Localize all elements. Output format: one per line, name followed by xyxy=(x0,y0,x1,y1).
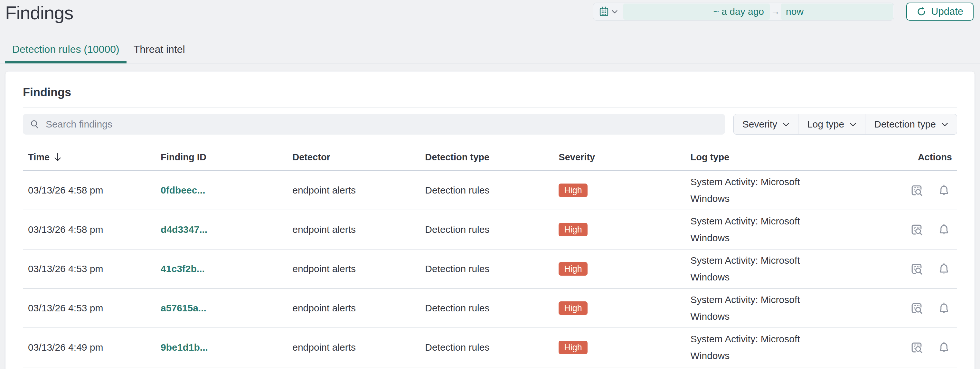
date-range-picker: ~ a day ago → now xyxy=(593,3,894,21)
detector-value: endpoint alerts xyxy=(292,342,356,353)
column-header-severity: Severity xyxy=(554,145,685,171)
inspect-icon xyxy=(910,341,923,354)
cell-actions xyxy=(858,171,957,210)
cell-finding-id: 9be1d1b... xyxy=(156,328,287,367)
cell-detection-type: Detection rules xyxy=(420,328,554,367)
filter-severity-label: Severity xyxy=(742,119,777,130)
alert-bell-button[interactable] xyxy=(936,339,952,355)
cell-detection-type: Detection rules xyxy=(420,210,554,249)
cell-actions xyxy=(858,210,957,249)
cell-actions xyxy=(858,288,957,328)
cell-log-type: System Activity: Microsoft Windows xyxy=(685,328,858,367)
cell-finding-id: d4d3347... xyxy=(156,210,287,249)
chevron-down-icon xyxy=(941,122,948,127)
alert-bell-button[interactable] xyxy=(936,221,952,238)
time-value: 03/13/26 4:53 pm xyxy=(28,303,103,313)
filter-severity-button[interactable]: Severity xyxy=(734,114,798,134)
inspect-icon xyxy=(910,302,923,315)
table-row: 03/13/26 4:58 pm 0fdbeec... endpoint ale… xyxy=(23,171,957,210)
alert-bell-button[interactable] xyxy=(936,182,952,198)
finding-id-link[interactable]: 41c3f2b... xyxy=(161,263,205,274)
search-input[interactable] xyxy=(45,118,718,130)
table-row: 03/13/26 4:53 pm a57615a... endpoint ale… xyxy=(23,288,957,328)
chevron-down-icon xyxy=(783,122,789,127)
cell-detector: endpoint alerts xyxy=(287,249,420,288)
log-type-value: System Activity: Microsoft Windows xyxy=(690,213,819,247)
detection-type-value: Detection rules xyxy=(425,303,489,313)
table-row: 03/13/26 4:53 pm 41c3f2b... endpoint ale… xyxy=(23,249,957,288)
log-type-value: System Activity: Microsoft Windows xyxy=(690,291,819,325)
finding-id-link[interactable]: 0fdbeec... xyxy=(161,185,205,196)
detector-value: endpoint alerts xyxy=(292,185,356,196)
log-type-value: System Activity: Microsoft Windows xyxy=(690,173,819,207)
time-value: 03/13/26 4:58 pm xyxy=(28,224,103,235)
arrow-right-icon: → xyxy=(770,6,781,17)
column-header-detection-type: Detection type xyxy=(420,145,554,171)
severity-badge: High xyxy=(558,262,587,276)
table-row: 03/13/26 4:58 pm d4d3347... endpoint ale… xyxy=(23,210,957,249)
view-finding-details-button[interactable] xyxy=(908,300,925,317)
severity-badge: High xyxy=(558,341,587,354)
column-header-time[interactable]: Time xyxy=(23,145,156,171)
cell-severity: High xyxy=(554,171,685,210)
sort-down-icon xyxy=(54,153,61,162)
filter-log-type-button[interactable]: Log type xyxy=(798,114,865,134)
cell-log-type: System Activity: Microsoft Windows xyxy=(685,210,858,249)
finding-id-link[interactable]: 9be1d1b... xyxy=(161,342,208,353)
date-range-start-button[interactable]: ~ a day ago xyxy=(623,3,770,20)
panel-title: Findings xyxy=(23,86,957,99)
view-finding-details-button[interactable] xyxy=(908,221,925,238)
cell-severity: High xyxy=(554,328,685,367)
filter-log-type-label: Log type xyxy=(807,119,844,130)
log-type-value: System Activity: Microsoft Windows xyxy=(690,252,819,286)
detection-type-value: Detection rules xyxy=(425,185,489,196)
cell-severity: High xyxy=(554,249,685,288)
chevron-down-icon xyxy=(850,122,856,127)
inspect-icon xyxy=(910,223,923,236)
cell-actions xyxy=(858,328,957,367)
date-quick-select-button[interactable] xyxy=(593,3,623,21)
detection-type-value: Detection rules xyxy=(425,263,489,274)
update-button[interactable]: Update xyxy=(906,3,974,21)
cell-time: 03/13/26 4:53 pm xyxy=(23,288,156,328)
detector-value: endpoint alerts xyxy=(292,263,356,274)
calendar-icon xyxy=(599,6,609,17)
time-value: 03/13/26 4:53 pm xyxy=(28,263,103,274)
view-finding-details-button[interactable] xyxy=(908,339,925,356)
cell-detection-type: Detection rules xyxy=(420,249,554,288)
search-icon xyxy=(30,119,40,129)
filter-detection-type-button[interactable]: Detection type xyxy=(865,114,957,134)
time-value: 03/13/26 4:49 pm xyxy=(28,342,103,353)
tab-detection-rules[interactable]: Detection rules (10000) xyxy=(5,38,127,64)
cell-log-type: System Activity: Microsoft Windows xyxy=(685,288,858,328)
tab-threat-intel[interactable]: Threat intel xyxy=(127,38,192,64)
inspect-icon xyxy=(910,262,923,275)
time-value: 03/13/26 4:58 pm xyxy=(28,185,103,196)
view-finding-details-button[interactable] xyxy=(908,261,925,277)
update-button-label: Update xyxy=(931,6,963,17)
date-range-end-button[interactable]: now xyxy=(781,3,893,20)
column-header-detector: Detector xyxy=(287,145,420,171)
column-header-log-type: Log type xyxy=(685,145,858,171)
detector-value: endpoint alerts xyxy=(292,224,356,235)
bell-icon xyxy=(938,341,950,353)
chevron-down-icon xyxy=(612,10,617,14)
finding-id-link[interactable]: d4d3347... xyxy=(161,224,207,235)
detector-value: endpoint alerts xyxy=(292,303,356,313)
alert-bell-button[interactable] xyxy=(936,261,952,277)
cell-time: 03/13/26 4:58 pm xyxy=(23,171,156,210)
findings-table: Time Finding ID Detector Detection type … xyxy=(23,145,957,367)
refresh-icon xyxy=(916,7,926,16)
cell-severity: High xyxy=(554,210,685,249)
cell-time: 03/13/26 4:58 pm xyxy=(23,210,156,249)
bell-icon xyxy=(938,184,950,196)
filter-detection-type-label: Detection type xyxy=(874,119,936,130)
finding-id-link[interactable]: a57615a... xyxy=(161,303,206,313)
cell-detection-type: Detection rules xyxy=(420,171,554,210)
bell-icon xyxy=(938,223,950,236)
cell-detection-type: Detection rules xyxy=(420,288,554,328)
alert-bell-button[interactable] xyxy=(936,300,952,316)
view-finding-details-button[interactable] xyxy=(908,182,925,199)
cell-detector: endpoint alerts xyxy=(287,328,420,367)
detection-type-value: Detection rules xyxy=(425,224,489,235)
